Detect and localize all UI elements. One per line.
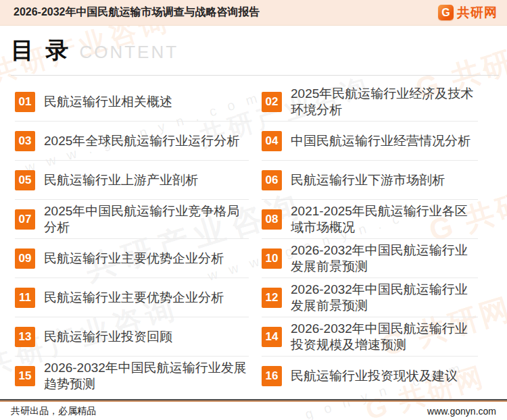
toc-item: 11民航运输行业主要优势企业分析 [15, 278, 249, 317]
toc-item-title: 2025年全球民航运输行业运行分析 [44, 133, 239, 149]
toc-item-title: 民航运输行业主要优势企业分析 [44, 251, 224, 267]
toc-item-title: 2021-2025年民航运输行业各区域市场概况 [291, 203, 478, 236]
toc-item-number-badge: 08 [262, 209, 282, 230]
brand-logo: G 共研网 [438, 4, 498, 22]
toc-item-number-badge: 05 [15, 170, 35, 190]
toc-item-number-badge: 11 [15, 288, 35, 308]
footer-tagline: 共研出品，必属精品 [11, 405, 96, 417]
toc-item: 09民航运输行业主要优势企业分析 [15, 239, 249, 278]
toc-item-number-badge: 14 [262, 327, 282, 347]
toc-item-number-badge: 10 [262, 248, 282, 269]
toc-item: 01民航运输行业相关概述 [15, 82, 249, 122]
toc-item: 16民航运输行业投资现状及建议 [262, 357, 478, 396]
toc-item-title: 中国民航运输行业经营情况分析 [291, 133, 470, 149]
toc-item-title: 2026-2032年中国民航运输行业发展趋势预测 [44, 360, 247, 392]
toc-item-number-badge: 02 [262, 92, 282, 112]
toc-item: 13民航运输行业投资回顾 [15, 317, 249, 357]
toc-item-title: 2026-2032年中国民航运输行业投资规模及增速预测 [291, 321, 478, 353]
toc-item-title: 2025年民航运输行业经济及技术环境分析 [291, 86, 478, 118]
toc-item-number-badge: 06 [262, 170, 282, 190]
toc-item-number-badge: 16 [262, 366, 282, 386]
toc-item-number-badge: 03 [15, 131, 35, 151]
toc-item-title: 2026-2032年中国民航运输行业发展前景预测 [291, 242, 478, 275]
toc-item: 05民航运输行业上游产业剖析 [15, 161, 249, 200]
toc-item-title: 民航运输行业下游市场剖析 [291, 172, 445, 188]
toc-item: 082021-2025年民航运输行业各区域市场概况 [262, 200, 478, 239]
toc-item: 022025年民航运输行业经济及技术环境分析 [262, 82, 478, 122]
toc-item-title: 民航运输行业主要优势企业分析 [44, 290, 224, 306]
toc-item: 102026-2032年中国民航运输行业发展前景预测 [262, 239, 478, 278]
toc-item-number-badge: 07 [15, 209, 35, 230]
toc-item-number-badge: 15 [15, 366, 35, 386]
toc-item: 06民航运输行业下游市场剖析 [262, 161, 478, 200]
toc-item-title: 民航运输行业投资回顾 [44, 329, 172, 345]
brand-g-icon: G [438, 5, 454, 20]
toc-item: 04中国民航运输行业经营情况分析 [262, 122, 478, 161]
toc-item-number-badge: 01 [15, 92, 35, 112]
brand-name: 共研网 [457, 4, 498, 22]
toc-column-right: 022025年民航运输行业经济及技术环境分析04中国民航运输行业经营情况分析06… [262, 82, 478, 396]
toc-heading-en: CONTENT [79, 42, 178, 63]
toc-item-title: 2026-2032年中国民航运输行业发展前景预测 [291, 282, 478, 314]
toc-item-title: 2025年中国民航运输行业竞争格局分析 [44, 203, 247, 236]
report-footer-bar: 共研出品，必属精品 www.gonyn.com [0, 399, 507, 420]
toc-item: 032025年全球民航运输行业运行分析 [15, 122, 249, 161]
toc-column-left: 01民航运输行业相关概述032025年全球民航运输行业运行分析05民航运输行业上… [15, 82, 249, 396]
toc-heading: 目 录 CONTENT [11, 35, 499, 76]
toc-item: 142026-2032年中国民航运输行业投资规模及增速预测 [262, 317, 478, 357]
toc-item-number-badge: 04 [262, 131, 282, 151]
toc-page: 目 录 CONTENT 01民航运输行业相关概述032025年全球民航运输行业运… [0, 35, 507, 396]
toc-item: 122026-2032年中国民航运输行业发展前景预测 [262, 278, 478, 317]
toc-item: 072025年中国民航运输行业竞争格局分析 [15, 200, 249, 239]
footer-website: www.gonyn.com [427, 406, 496, 417]
toc-item-number-badge: 13 [15, 327, 35, 347]
toc-item-number-badge: 09 [15, 248, 35, 269]
report-title: 2026-2032年中国民航运输市场调查与战略咨询报告 [14, 5, 260, 20]
toc-item-number-badge: 12 [262, 288, 282, 308]
toc-item-title: 民航运输行业相关概述 [44, 94, 172, 110]
toc-item-title: 民航运输行业投资现状及建议 [291, 368, 458, 384]
toc-item: 152026-2032年中国民航运输行业发展趋势预测 [15, 357, 249, 396]
toc-heading-zh: 目 录 [11, 35, 71, 66]
report-header-bar: 2026-2032年中国民航运输市场调查与战略咨询报告 G 共研网 [0, 0, 507, 26]
toc-item-title: 民航运输行业上游产业剖析 [44, 172, 198, 188]
toc-grid: 01民航运输行业相关概述032025年全球民航运输行业运行分析05民航运输行业上… [15, 82, 507, 396]
